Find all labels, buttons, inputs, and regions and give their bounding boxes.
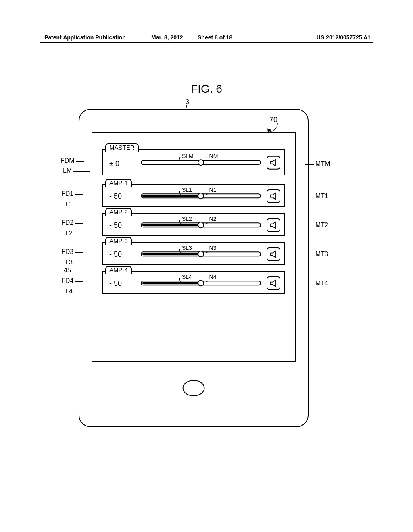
ref-l1: L1 <box>65 201 73 208</box>
ref-n4: N4 <box>209 274 217 280</box>
ref-mt2: MT2 <box>315 222 328 229</box>
lead-l2 <box>73 234 90 234</box>
level-3: - 50 <box>109 250 122 259</box>
fader-row-2: AMP-2 - 50 SL2 N2 <box>102 213 285 236</box>
level-master: ± 0 <box>109 160 119 168</box>
slider-fill-2 <box>142 224 202 226</box>
slider-knob-2[interactable] <box>198 222 204 228</box>
lead-l4 <box>73 292 90 292</box>
ref-nm: NM <box>209 153 218 159</box>
lead-mt4 <box>305 284 314 284</box>
hook-n1 <box>206 191 209 195</box>
hdr-rule <box>40 42 373 43</box>
ref-n3: N3 <box>209 245 217 251</box>
ref-l3: L3 <box>65 259 73 266</box>
speaker-icon <box>270 280 279 287</box>
hdr-left: Patent Application Publication <box>44 34 126 41</box>
ref-fd4: FD4 <box>61 277 73 285</box>
lead-mt1 <box>305 197 314 197</box>
mute-button-2[interactable] <box>267 218 280 232</box>
tab-master: MASTER <box>105 143 139 152</box>
hook-nm <box>206 157 209 161</box>
lead-fd1 <box>75 194 83 195</box>
lead-mtm <box>305 164 314 165</box>
figure-title: FIG. 6 <box>0 83 413 96</box>
slider-fill-3 <box>142 253 202 255</box>
speaker-icon <box>270 222 279 229</box>
slider-knob-1[interactable] <box>198 193 204 199</box>
ref-45: 45 <box>64 267 71 274</box>
ref-mt3: MT3 <box>315 251 328 258</box>
slider-knob-master[interactable] <box>198 159 204 166</box>
ref-sl3: SL3 <box>182 245 192 251</box>
hook-n2 <box>206 220 209 224</box>
ref-mtm: MTM <box>315 160 330 168</box>
tab-amp2: AMP-2 <box>105 208 132 216</box>
lead-lm <box>73 171 90 172</box>
lead-l1 <box>73 205 90 205</box>
ref-sl2: SL2 <box>182 216 192 222</box>
level-2: - 50 <box>109 221 122 230</box>
slider-track-master[interactable]: SLM NM <box>141 160 261 165</box>
lead-l3 <box>73 263 90 263</box>
mute-button-master[interactable] <box>267 156 280 170</box>
ref-mt4: MT4 <box>315 280 328 287</box>
ref-slm: SLM <box>182 153 194 159</box>
lead-fd2 <box>75 223 83 224</box>
slider-knob-3[interactable] <box>198 251 204 257</box>
mute-button-1[interactable] <box>267 189 280 203</box>
slider-track-4[interactable]: SL4 N4 <box>141 281 261 285</box>
ref-fd2: FD2 <box>61 219 73 227</box>
ref-l4: L4 <box>65 288 73 295</box>
ref-sl4: SL4 <box>182 274 192 280</box>
mute-button-4[interactable] <box>267 276 280 290</box>
hdr-pubno: US 2012/0057725 A1 <box>317 34 371 41</box>
speaker-icon <box>270 251 279 258</box>
fader-row-1: AMP-1 - 50 SL1 N1 <box>102 184 285 207</box>
level-4: - 50 <box>109 279 122 288</box>
hdr-date: Mar. 8, 2012 <box>151 34 183 41</box>
ref-lm: LM <box>63 167 72 175</box>
ref-fd1: FD1 <box>61 190 73 197</box>
mute-button-3[interactable] <box>267 247 280 261</box>
hdr-sheet: Sheet 6 of 18 <box>198 34 232 41</box>
speaker-icon <box>270 159 279 166</box>
lead-fd4 <box>75 281 83 282</box>
hook-n4 <box>206 278 209 282</box>
lead-mt3 <box>305 255 314 255</box>
fader-row-master: MASTER ± 0 SLM NM <box>102 149 285 175</box>
tablet-device: 70 MASTER ± 0 SLM NM AMP-1 <box>79 109 309 427</box>
speaker-icon <box>270 193 279 200</box>
lead-fd3 <box>75 252 83 253</box>
ref-fd3: FD3 <box>61 248 73 256</box>
tab-amp1: AMP-1 <box>105 179 132 187</box>
slider-fill-1 <box>142 195 202 197</box>
slider-track-3[interactable]: SL3 N3 <box>141 251 261 256</box>
ref-fdm: FDM <box>60 157 75 164</box>
fader-row-3: AMP-3 - 50 SL3 N3 <box>102 242 285 265</box>
ref-n1: N1 <box>209 187 217 193</box>
lead-fdm <box>76 161 84 162</box>
ref-l2: L2 <box>65 230 73 237</box>
fader-row-4: AMP-4 - 50 SL4 N4 <box>102 271 285 294</box>
ref-sl1: SL1 <box>182 187 192 193</box>
ref-n2: N2 <box>209 216 217 222</box>
lead-mt2 <box>305 226 314 226</box>
slider-knob-4[interactable] <box>198 280 204 286</box>
home-button[interactable] <box>183 380 205 396</box>
lead-45 <box>72 271 94 271</box>
slider-fill-4 <box>142 282 202 284</box>
screen-area: MASTER ± 0 SLM NM AMP-1 - 50 <box>92 132 296 362</box>
level-1: - 50 <box>109 192 122 201</box>
hook-n3 <box>206 249 209 253</box>
slider-track-1[interactable]: SL1 N1 <box>141 193 261 198</box>
ref-mt1: MT1 <box>315 193 328 200</box>
tab-amp4: AMP-4 <box>105 266 132 274</box>
hook-slm <box>179 157 183 161</box>
slider-track-2[interactable]: SL2 N2 <box>141 222 261 227</box>
tab-amp3: AMP-3 <box>105 237 132 245</box>
